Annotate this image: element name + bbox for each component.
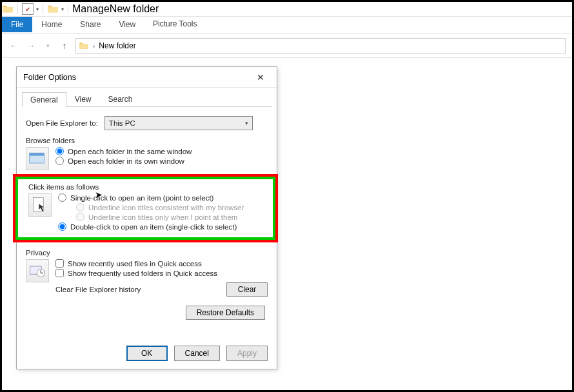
ok-button[interactable]: OK — [126, 346, 168, 361]
general-pane: Open File Explorer to: This PC ▾ Browse … — [17, 107, 277, 325]
dialog-titlebar: Folder Options ✕ — [17, 67, 277, 88]
radio-underline-point: Underline icon titles only when I point … — [76, 213, 265, 221]
annotation-highlight-red: Click items as follows Single-click to o… — [13, 174, 278, 242]
privacy-title: Privacy — [26, 249, 268, 257]
checkbox-frequent-folders[interactable]: Show frequently used folders in Quick ac… — [55, 269, 268, 277]
tab-view[interactable]: View — [66, 92, 100, 106]
open-explorer-value: This PC — [109, 119, 135, 127]
radio-underline-point-input — [76, 213, 84, 221]
radio-same-window-label: Open each folder in the same window — [68, 148, 192, 155]
tab-picture-tools[interactable]: Picture Tools — [144, 17, 206, 31]
dialog-tabs: General View Search — [22, 92, 272, 107]
browse-folders-icon — [26, 147, 49, 170]
close-icon[interactable]: ✕ — [251, 70, 270, 85]
tab-view[interactable]: View — [110, 17, 144, 32]
separator — [68, 4, 68, 14]
quick-access-toolbar: ✔ ▾ ▾ Manage New folder — [2, 2, 572, 17]
folder-options-dialog: Folder Options ✕ General View Search Ope… — [16, 66, 277, 369]
radio-own-window-input[interactable] — [55, 157, 64, 165]
radio-double-click-input[interactable] — [58, 222, 66, 231]
radio-single-click-input[interactable] — [58, 193, 66, 202]
dialog-buttons: OK Cancel Apply — [126, 346, 268, 361]
radio-underline-always-input — [76, 203, 84, 211]
qat-dropdown-icon[interactable]: ▾ — [61, 6, 64, 12]
address-bar[interactable]: › New folder — [75, 38, 566, 54]
up-icon[interactable]: ↑ — [59, 40, 70, 52]
radio-double-click[interactable]: Double-click to open an item (single-cli… — [58, 222, 265, 231]
separator — [17, 4, 18, 14]
open-explorer-label: Open File Explorer to: — [26, 119, 98, 127]
click-items-icon — [28, 193, 52, 217]
clear-history-label: Clear File Explorer history — [55, 286, 141, 293]
svg-rect-1 — [30, 153, 45, 155]
cancel-button[interactable]: Cancel — [174, 346, 220, 361]
checkbox-frequent-folders-input[interactable] — [55, 269, 64, 277]
radio-same-window-input[interactable] — [55, 147, 64, 155]
click-items-title: Click items as follows — [28, 183, 265, 191]
checkbox-recent-files-label: Show recently used files in Quick access — [68, 260, 202, 268]
ribbon-tabs: File Home Share View Picture Tools — [2, 17, 572, 32]
separator — [43, 4, 43, 14]
tab-general[interactable]: General — [22, 92, 66, 107]
tab-file[interactable]: File — [2, 17, 32, 32]
folder-icon — [79, 41, 89, 51]
radio-single-click[interactable]: Single-click to open an item (point to s… — [58, 193, 265, 202]
apply-button[interactable]: Apply — [226, 346, 268, 361]
radio-own-window-label: Open each folder in its own window — [68, 157, 184, 165]
radio-underline-point-label: Underline icon titles only when I point … — [88, 213, 237, 221]
tab-share[interactable]: Share — [71, 17, 110, 32]
privacy-icon — [26, 259, 49, 282]
restore-defaults-button[interactable]: Restore Defaults — [186, 306, 265, 320]
tab-search[interactable]: Search — [100, 92, 141, 106]
checkbox-frequent-folders-label: Show frequently used folders in Quick ac… — [68, 270, 217, 277]
folder-icon — [47, 3, 59, 15]
address-segment[interactable]: New folder — [99, 41, 135, 50]
checkbox-icon[interactable]: ✔ — [22, 3, 34, 15]
checkbox-recent-files[interactable]: Show recently used files in Quick access — [55, 259, 268, 268]
ribbon-contextual-manage[interactable]: Manage — [72, 3, 110, 15]
checkbox-recent-files-input[interactable] — [55, 259, 64, 268]
nav-row: ← → ▾ ↑ › New folder — [2, 34, 572, 58]
chevron-right-icon[interactable]: › — [93, 43, 95, 50]
radio-underline-always: Underline icon titles consistent with my… — [76, 203, 265, 211]
dialog-title: Folder Options — [23, 73, 76, 82]
radio-same-window[interactable]: Open each folder in the same window — [55, 147, 268, 155]
radio-single-click-label: Single-click to open an item (point to s… — [70, 194, 213, 202]
annotation-highlight-green: Click items as follows Single-click to o… — [15, 177, 275, 240]
chevron-down-icon: ▾ — [245, 120, 248, 126]
browse-folders-title: Browse folders — [26, 137, 268, 144]
forward-icon[interactable]: → — [25, 40, 37, 52]
open-explorer-select[interactable]: This PC ▾ — [104, 116, 253, 130]
context-title: New folder — [110, 3, 159, 15]
recent-dropdown-icon[interactable]: ▾ — [42, 40, 54, 52]
radio-double-click-label: Double-click to open an item (single-cli… — [70, 223, 237, 231]
folder-icon — [2, 3, 14, 15]
radio-own-window[interactable]: Open each folder in its own window — [55, 157, 268, 165]
tab-home[interactable]: Home — [32, 17, 71, 32]
radio-underline-always-label: Underline icon titles consistent with my… — [88, 204, 244, 211]
back-icon[interactable]: ← — [8, 40, 20, 52]
clear-button[interactable]: Clear — [226, 282, 268, 297]
qat-dropdown-icon[interactable]: ▾ — [36, 6, 39, 12]
